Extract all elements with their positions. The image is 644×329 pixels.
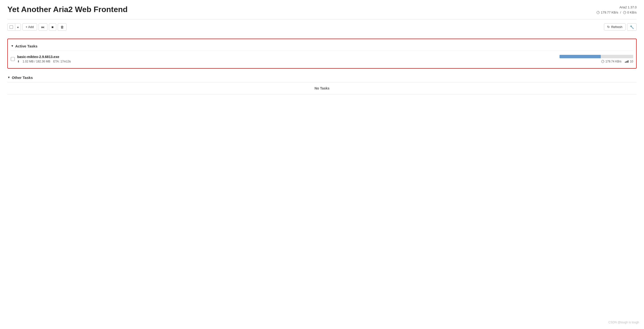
refresh-button[interactable]: ↻ Refresh — [604, 23, 626, 31]
header: Yet Another Aria2 Web Frontend Aria2 1.3… — [7, 5, 637, 20]
other-tasks-label: Other Tasks — [12, 76, 33, 80]
task-info: basic-miktex-2.9.6813.exe ⬇ 1.02 MB / 18… — [17, 55, 560, 63]
task-progress-area: 179.74 KB/s 10 — [560, 55, 633, 63]
table-row: basic-miktex-2.9.6813.exe ⬇ 1.02 MB / 18… — [11, 53, 633, 65]
task-name: basic-miktex-2.9.6813.exe — [17, 55, 560, 59]
header-info: Aria2 1.37.0 179.77 KB/s / 0 KB/s — [596, 5, 637, 15]
add-button[interactable]: + Add — [22, 23, 37, 31]
upload-speed: 0 KB/s — [623, 10, 637, 15]
other-tasks-header[interactable]: ▼ Other Tasks — [7, 74, 637, 82]
task-speed-info: 179.74 KB/s 10 — [601, 60, 633, 63]
no-tasks-message: No Tasks — [7, 82, 637, 94]
active-tasks-header[interactable]: ▼ Active Tasks — [11, 42, 633, 51]
fast-forward-icon: ⏭ — [41, 25, 45, 29]
version-label: Aria2 1.37.0 — [596, 5, 637, 10]
progress-bar-fill — [560, 55, 601, 58]
select-dropdown-arrow[interactable] — [15, 24, 21, 31]
task-checkbox[interactable] — [11, 57, 15, 61]
stop-button[interactable]: ■ — [49, 23, 56, 31]
active-tasks-label: Active Tasks — [15, 44, 38, 48]
trash-icon: 🗑 — [60, 25, 64, 29]
refresh-icon: ↻ — [607, 25, 610, 29]
delete-button[interactable]: 🗑 — [58, 23, 66, 31]
task-downloaded: 1.02 MB / 182.36 MB — [22, 60, 50, 63]
app-container: Yet Another Aria2 Web Frontend Aria2 1.3… — [0, 0, 644, 329]
active-tasks-section: ▼ Active Tasks basic-miktex-2.9.6813.exe… — [7, 39, 637, 69]
fast-forward-button[interactable]: ⏭ — [38, 23, 48, 31]
wrench-icon: 🔧 — [630, 25, 634, 29]
speed-clock-icon — [601, 60, 604, 63]
bars-icon — [625, 60, 628, 63]
app-title: Yet Another Aria2 Web Frontend — [7, 5, 128, 14]
toolbar: + Add ⏭ ■ 🗑 ↻ Refresh 🔧 — [7, 23, 637, 34]
download-speed: 179.77 KB/s — [596, 10, 618, 15]
clock-icon-upload — [623, 11, 626, 14]
task-eta: ETA: 17m13s — [53, 60, 71, 63]
task-meta: ⬇ 1.02 MB / 182.36 MB ETA: 17m13s — [17, 60, 560, 63]
select-all-control[interactable] — [7, 23, 21, 31]
checkbox-box — [10, 25, 13, 29]
settings-button[interactable]: 🔧 — [627, 23, 637, 31]
footer-watermark: CSDN @tough is tough — [608, 321, 639, 324]
toolbar-right: ↻ Refresh 🔧 — [604, 23, 637, 31]
toolbar-left: + Add ⏭ ■ 🗑 — [7, 23, 66, 31]
download-arrow-icon: ⬇ — [17, 60, 20, 63]
active-tasks-chevron: ▼ — [11, 44, 14, 48]
other-tasks-section: ▼ Other Tasks No Tasks — [7, 74, 637, 94]
clock-icon — [596, 11, 600, 14]
task-speed: 179.74 KB/s — [601, 60, 622, 63]
speed-display: 179.77 KB/s / 0 KB/s — [596, 10, 637, 15]
select-all-checkbox[interactable] — [8, 24, 15, 30]
other-tasks-chevron: ▼ — [7, 76, 10, 79]
progress-bar — [560, 55, 633, 58]
task-connections: 10 — [625, 60, 633, 63]
stop-icon: ■ — [52, 25, 54, 29]
chevron-down-icon — [17, 25, 19, 29]
